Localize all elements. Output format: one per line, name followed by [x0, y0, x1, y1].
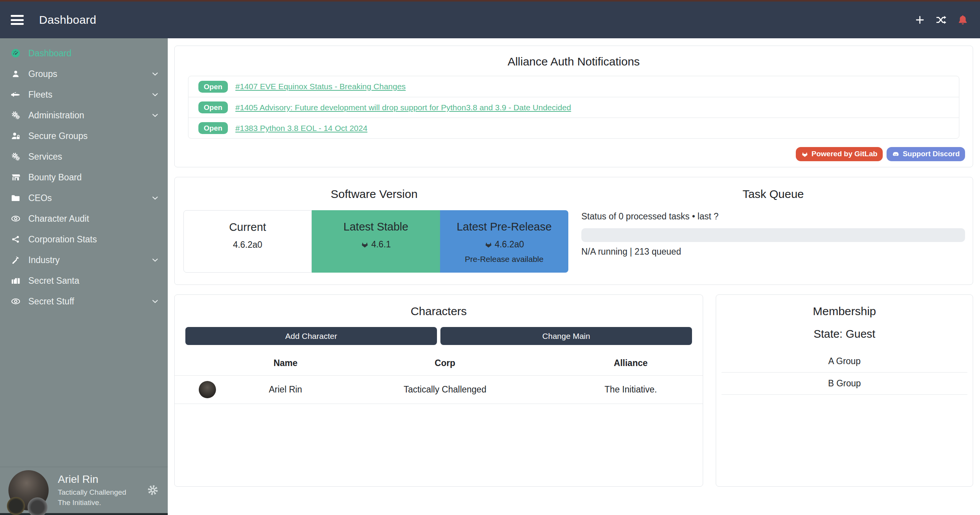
gear-icon [146, 484, 159, 497]
sidebar-item-fleets[interactable]: Fleets [0, 84, 168, 105]
version-sub-label: Pre-Release available [440, 255, 568, 264]
store-icon [11, 173, 20, 182]
version-label: Current [184, 221, 311, 234]
main-content: Alliance Auth Notifications Open #1407 E… [168, 38, 980, 515]
share-icon [11, 235, 20, 244]
user-icon [11, 70, 20, 78]
sidebar-item-bounty-board[interactable]: Bounty Board [0, 167, 168, 188]
cell-character-alliance: The Initiative. [559, 376, 703, 404]
sidebar-item-label: Industry [28, 255, 60, 265]
status-badge: Open [198, 122, 228, 134]
sidebar-item-label: Bounty Board [28, 172, 82, 183]
list-item: Open #1407 EVE Equinox Status - Breaking… [188, 76, 959, 97]
page-title: Dashboard [39, 13, 96, 26]
alliance-auth-notifications-panel: Alliance Auth Notifications Open #1407 E… [174, 46, 973, 167]
notification-link[interactable]: #1383 Python 3.8 EOL - 14 Oct 2024 [236, 124, 368, 133]
characters-panel: Characters Add Character Change Main Nam… [174, 294, 703, 487]
task-queue-section: Task Queue Status of 0 processed tasks •… [574, 188, 973, 284]
sidebar-item-dashboard[interactable]: Dashboard [0, 43, 168, 64]
version-prerelease-box: Latest Pre-Release 4.6.2a0 Pre-Release a… [440, 210, 568, 273]
column-header-corp: Corp [331, 351, 559, 376]
characters-table: Name Corp Alliance Ariel Rin Tactically … [175, 351, 703, 404]
version-value: 4.6.1 [371, 239, 391, 250]
sidebar-item-character-audit[interactable]: Character Audit [0, 208, 168, 229]
shuffle-icon [936, 15, 947, 25]
sidebar: Dashboard Groups Fleets Administration S… [0, 38, 168, 515]
tachometer-icon [11, 49, 20, 58]
eye-icon [11, 297, 20, 306]
table-row: Ariel Rin Tactically Challenged The Init… [175, 376, 703, 404]
gitlab-icon [801, 150, 808, 158]
top-navbar: Dashboard [0, 2, 980, 38]
column-header-alliance: Alliance [559, 351, 703, 376]
user-lock-icon [11, 131, 20, 141]
chevron-down-icon [151, 194, 159, 202]
sidebar-item-groups[interactable]: Groups [0, 64, 168, 84]
user-alliance: The Initiative. [58, 498, 126, 508]
user-name: Ariel Rin [58, 472, 126, 486]
support-discord-badge[interactable]: Support Discord [887, 147, 965, 161]
notifications-footer: Powered by GitLab Support Discord [796, 147, 965, 161]
notifications-button[interactable] [956, 13, 969, 26]
list-item: B Group [722, 373, 967, 395]
version-current-box: Current 4.6.2a0 [183, 210, 312, 273]
sidebar-item-label: Groups [28, 69, 57, 79]
add-button[interactable] [913, 13, 926, 26]
sidebar-item-corporation-stats[interactable]: Corporation Stats [0, 229, 168, 250]
gifts-icon [11, 276, 20, 285]
list-item: A Group [722, 350, 967, 373]
sidebar-item-label: Secure Groups [28, 131, 88, 141]
chevron-down-icon [151, 111, 159, 119]
characters-title: Characters [175, 305, 703, 318]
chevron-down-icon [151, 256, 159, 264]
notifications-list: Open #1407 EVE Equinox Status - Breaking… [188, 76, 959, 139]
sidebar-item-label: Services [28, 152, 62, 162]
sidebar-item-secure-groups[interactable]: Secure Groups [0, 126, 168, 146]
space-shuttle-icon [11, 90, 20, 99]
user-settings-button[interactable] [146, 484, 159, 497]
eye-icon [11, 214, 20, 223]
list-item: Open #1405 Advisory: Future development … [188, 97, 959, 118]
version-label: Latest Stable [312, 221, 440, 233]
status-badge: Open [198, 101, 228, 113]
hammer-icon [11, 255, 20, 265]
discord-icon [892, 150, 900, 158]
chevron-down-icon [151, 70, 159, 78]
sidebar-item-secret-santa[interactable]: Secret Santa [0, 270, 168, 291]
powered-by-gitlab-badge[interactable]: Powered by GitLab [796, 147, 883, 161]
software-version-section: Software Version Current 4.6.2a0 Latest … [175, 188, 574, 284]
sidebar-item-administration[interactable]: Administration [0, 105, 168, 126]
bell-icon [957, 14, 969, 26]
sidebar-bottom-strip [0, 513, 168, 515]
version-boxes: Current 4.6.2a0 Latest Stable 4.6.1 Late… [183, 210, 568, 273]
sidebar-item-services[interactable]: Services [0, 146, 168, 167]
version-label: Latest Pre-Release [440, 221, 568, 233]
character-avatar [199, 381, 216, 398]
group-list: A Group B Group [722, 350, 967, 395]
task-queue-progress-bar [581, 228, 965, 242]
sidebar-item-secret-stuff[interactable]: Secret Stuff [0, 291, 168, 312]
sidebar-item-label: Dashboard [28, 48, 72, 59]
change-main-button[interactable]: Change Main [440, 327, 692, 345]
notification-link[interactable]: #1405 Advisory: Future development will … [236, 103, 571, 112]
task-queue-counts: N/A running | 213 queued [581, 247, 965, 257]
sidebar-item-industry[interactable]: Industry [0, 250, 168, 270]
hamburger-menu-button[interactable] [11, 15, 24, 25]
folder-icon [11, 193, 20, 203]
notification-link[interactable]: #1407 EVE Equinox Status - Breaking Chan… [236, 82, 406, 91]
sidebar-item-label: Administration [28, 110, 84, 121]
notifications-title: Alliance Auth Notifications [175, 55, 973, 68]
software-version-title: Software Version [175, 188, 574, 201]
hamburger-icon [11, 15, 24, 17]
cogs-icon [11, 152, 20, 161]
switch-character-button[interactable] [935, 13, 948, 26]
membership-state: State: Guest [716, 328, 973, 340]
sidebar-item-ceos[interactable]: CEOs [0, 188, 168, 208]
gitlab-icon [484, 240, 492, 249]
navbar-actions [913, 13, 969, 26]
status-badge: Open [198, 81, 228, 93]
cogs-icon [11, 111, 20, 120]
add-character-button[interactable]: Add Character [185, 327, 437, 345]
cell-character-name: Ariel Rin [240, 376, 331, 404]
column-header-name: Name [240, 351, 331, 376]
